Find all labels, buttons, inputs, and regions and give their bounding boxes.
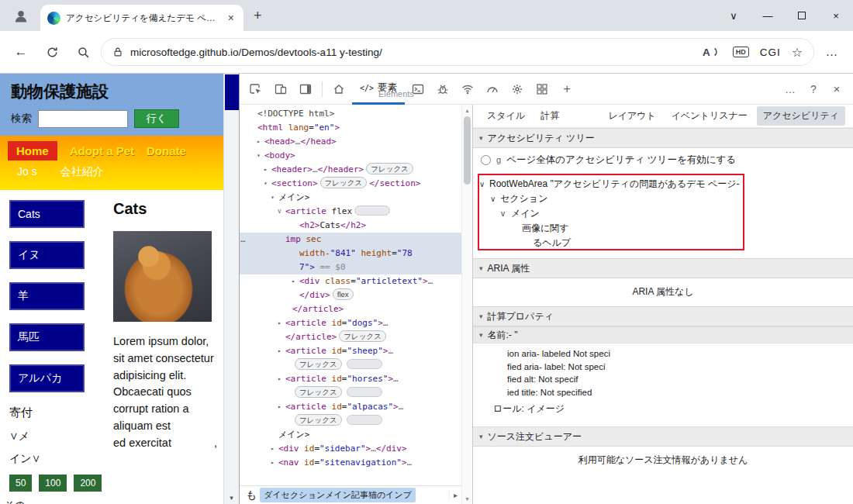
dom-tree-node[interactable]: ▾メイン> bbox=[240, 191, 461, 205]
section-aria-attributes[interactable]: ▾ ARIA 属性 bbox=[473, 258, 853, 278]
tab-elements[interactable]: </> 要素 Elements bbox=[352, 74, 405, 105]
tab-performance[interactable] bbox=[481, 78, 504, 100]
dom-tree-node[interactable]: フレックス bbox=[240, 358, 461, 372]
profile-button[interactable] bbox=[8, 4, 34, 29]
page-scrollbar[interactable]: ▾ bbox=[223, 74, 239, 504]
dom-tree-node[interactable]: <!DOCTYPE html> bbox=[240, 107, 461, 121]
device-emulation-button[interactable] bbox=[269, 78, 292, 100]
pet-category-button[interactable]: イヌ bbox=[9, 241, 85, 269]
scrollbar-thumb[interactable] bbox=[464, 116, 471, 185]
panel-tab[interactable]: レイアウト bbox=[602, 106, 661, 126]
extension-button[interactable]: CGI bbox=[760, 47, 781, 58]
enable-fullpage-a11y-row[interactable]: g ページ全体のアクセシビリティ ツリーを有効にする bbox=[473, 148, 853, 171]
minimize-button[interactable]: — bbox=[751, 0, 785, 31]
panel-tab[interactable]: アクセシビリティ bbox=[757, 106, 845, 126]
panel-tab[interactable]: スタイル bbox=[481, 106, 531, 126]
nav-link[interactable]: Adopt a Pet bbox=[70, 144, 134, 157]
breadcrumb-expand-icon[interactable]: ▸ bbox=[449, 491, 461, 499]
devtools-help-button[interactable]: ? bbox=[802, 78, 825, 100]
browser-menu-button[interactable]: … bbox=[819, 39, 845, 65]
search-button[interactable] bbox=[70, 39, 96, 65]
twisty-icon[interactable]: ▸ bbox=[271, 456, 278, 470]
a11y-tree-node[interactable]: vメイン bbox=[473, 206, 853, 221]
donation-amount-button[interactable]: 100 bbox=[39, 475, 67, 492]
twisty-icon[interactable]: ▸ bbox=[292, 274, 299, 288]
computed-name-row[interactable]: ▾ 名前:- " bbox=[473, 326, 853, 343]
dom-tree-node[interactable]: ▸<nav id="sitenavigation">… bbox=[240, 456, 461, 470]
dom-tree-node[interactable]: width-"841" height="78 bbox=[240, 247, 461, 261]
layout-badge[interactable]: フレックス bbox=[295, 358, 342, 370]
dom-tree-node[interactable]: <html lang="en"> bbox=[240, 121, 461, 135]
pet-category-button[interactable]: アルパカ bbox=[9, 364, 85, 392]
scroll-down-icon[interactable]: ▾ bbox=[462, 493, 472, 504]
maximize-button[interactable] bbox=[785, 0, 819, 31]
dom-tree-node[interactable]: …imp sec bbox=[240, 233, 461, 247]
devtools-close-button[interactable]: × bbox=[825, 78, 848, 100]
search-go-button[interactable]: 行く bbox=[134, 109, 179, 128]
twisty-icon[interactable]: ▸ bbox=[278, 316, 285, 330]
dock-side-button[interactable] bbox=[294, 78, 317, 100]
dom-tree-node[interactable]: <h2>Cats</h2> bbox=[240, 219, 461, 233]
pet-category-button[interactable]: Cats bbox=[9, 200, 85, 228]
layout-badge[interactable]: フレックス bbox=[320, 177, 368, 188]
layout-badge[interactable]: フレックス bbox=[366, 163, 413, 174]
panel-tab[interactable]: 計算 bbox=[534, 106, 565, 126]
twisty-icon[interactable]: ∨ bbox=[490, 195, 500, 203]
section-computed-properties[interactable]: ▾ 計算プロパティ bbox=[473, 306, 853, 326]
nav-link[interactable]: Donate bbox=[147, 144, 186, 157]
browser-tab[interactable]: アクセシビリティを備えたデモ ページは × bbox=[40, 5, 243, 31]
layout-badge[interactable]: フレックス bbox=[295, 386, 342, 398]
search-input[interactable] bbox=[38, 110, 128, 128]
twisty-icon[interactable]: ▸ bbox=[278, 400, 285, 414]
twisty-icon[interactable]: v bbox=[278, 205, 285, 219]
dom-tree-node[interactable]: ▸<div class="articletext">… bbox=[240, 274, 461, 288]
section-accessibility-tree[interactable]: ▾ アクセシビリティ ツリー bbox=[473, 128, 853, 148]
dom-tree-node[interactable]: ▸<div id="sidebar">…</div> bbox=[240, 442, 461, 456]
layout-badge[interactable]: フレックス bbox=[339, 330, 386, 342]
donation-amount-button[interactable]: 50 bbox=[9, 475, 32, 492]
panel-tab[interactable]: イベントリスナー bbox=[665, 106, 754, 126]
a11y-tree-node[interactable]: 画像に関す bbox=[473, 221, 853, 236]
checkbox[interactable] bbox=[481, 155, 491, 165]
welcome-tab-button[interactable] bbox=[327, 78, 351, 100]
a11y-tree-node[interactable]: ∨セクション bbox=[473, 192, 853, 206]
scrollbar-thumb[interactable] bbox=[225, 74, 239, 110]
breadcrumb-item-selected[interactable]: ダイセクションメイン記事猫のインプ bbox=[260, 488, 416, 502]
pet-category-button[interactable]: 羊 bbox=[9, 282, 85, 310]
dom-tree-node[interactable]: ▸<head>…</head> bbox=[240, 135, 461, 149]
section-source-order[interactable]: ▾ ソース注文ビューアー bbox=[473, 426, 853, 447]
refresh-button[interactable] bbox=[39, 39, 65, 65]
dom-tree-node[interactable]: ▾<body> bbox=[240, 149, 461, 163]
devtools-menu-button[interactable]: … bbox=[779, 78, 802, 100]
donation-amount-button[interactable]: 200 bbox=[74, 475, 102, 492]
nav-link[interactable]: Home bbox=[8, 141, 57, 161]
tab-application[interactable] bbox=[530, 78, 554, 100]
dom-tree-node[interactable]: ▸<article id="alpacas">… bbox=[240, 400, 461, 414]
dom-scrollbar[interactable]: ▴ ▾ bbox=[461, 105, 472, 504]
nav-link[interactable]: Jo s bbox=[17, 165, 37, 179]
hd-badge[interactable]: HD bbox=[733, 47, 749, 57]
url-box[interactable]: microsoftedge.github.io/Demos/devtools-a… bbox=[101, 38, 814, 66]
dom-tree-node[interactable]: ▸<article id="sheep">… bbox=[240, 344, 461, 358]
layout-badge[interactable]: flex bbox=[333, 288, 354, 300]
dom-tree-node[interactable]: v<article flex bbox=[240, 205, 461, 219]
add-panel-button[interactable]: + bbox=[555, 78, 578, 100]
tab-network[interactable] bbox=[456, 78, 479, 100]
scroll-up-icon[interactable]: ▴ bbox=[462, 105, 472, 116]
twisty-icon[interactable]: v bbox=[501, 209, 511, 218]
dom-tree-node[interactable]: </div>flex bbox=[240, 288, 461, 302]
twisty-icon[interactable]: ▸ bbox=[264, 163, 271, 177]
close-window-button[interactable]: × bbox=[819, 0, 853, 31]
breadcrumb-item[interactable]: も bbox=[246, 488, 257, 502]
dom-tree-node[interactable]: ▸<article id="dogs">… bbox=[240, 316, 461, 330]
twisty-icon[interactable]: ▸ bbox=[257, 135, 264, 149]
row-menu-icon[interactable]: … bbox=[240, 233, 246, 247]
dom-tree-node[interactable]: </article>フレックス bbox=[240, 330, 461, 344]
favorite-star-icon[interactable]: ☆ bbox=[792, 45, 803, 60]
twisty-icon[interactable]: ▸ bbox=[271, 442, 278, 456]
tab-issues[interactable] bbox=[431, 78, 454, 100]
pet-category-button[interactable]: 馬匹 bbox=[9, 323, 85, 351]
dom-tree-node[interactable]: メイン> bbox=[240, 428, 461, 442]
a11y-tree-node[interactable]: るヘルプ bbox=[473, 236, 853, 250]
read-aloud-button[interactable]: A bbox=[703, 47, 722, 58]
